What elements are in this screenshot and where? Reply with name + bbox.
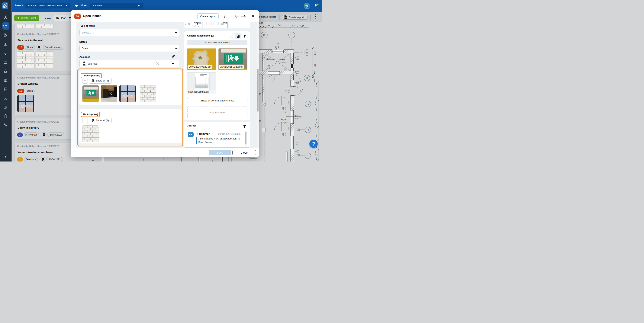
svg-text:0,85: 0,85 bbox=[315, 108, 317, 111]
svg-text:0,48: 0,48 bbox=[300, 24, 304, 27]
svg-text:B: B bbox=[306, 76, 308, 80]
svg-text:1,00: 1,00 bbox=[184, 25, 186, 26]
svg-text:Foyer: Foyer bbox=[281, 118, 287, 120]
svg-text:2,02: 2,02 bbox=[278, 24, 282, 26]
svg-text:18: 18 bbox=[198, 25, 199, 27]
svg-text:2,02: 2,02 bbox=[315, 133, 317, 137]
svg-text:0,85: 0,85 bbox=[315, 83, 317, 87]
svg-text:11: 11 bbox=[300, 143, 302, 145]
svg-text:0,84: 0,84 bbox=[313, 71, 316, 74]
svg-text:a0.00: a0.00 bbox=[199, 22, 201, 23]
svg-text:2: 2 bbox=[297, 151, 299, 152]
svg-text:2,02: 2,02 bbox=[314, 64, 316, 67]
svg-text:2,10: 2,10 bbox=[267, 75, 270, 77]
svg-text:0,84: 0,84 bbox=[315, 119, 317, 123]
svg-text:8: 8 bbox=[259, 94, 260, 96]
svg-text:PDF: PDF bbox=[284, 17, 287, 18]
svg-text:0,85: 0,85 bbox=[313, 79, 316, 82]
svg-text:2,10: 2,10 bbox=[284, 107, 286, 110]
svg-text:0,29: 0,29 bbox=[314, 124, 316, 127]
svg-text:2,10: 2,10 bbox=[267, 67, 270, 69]
svg-text:07: 07 bbox=[277, 42, 279, 45]
svg-text:0,99: 0,99 bbox=[266, 24, 270, 27]
svg-text:2,10: 2,10 bbox=[267, 58, 270, 60]
svg-text:1,00: 1,00 bbox=[266, 64, 270, 67]
svg-text:1: 1 bbox=[297, 82, 299, 83]
svg-text:08: 08 bbox=[294, 57, 296, 59]
svg-text:27,61 m²: 27,61 m² bbox=[194, 23, 198, 24]
svg-text:0,44: 0,44 bbox=[259, 22, 263, 24]
svg-text:C: C bbox=[306, 102, 309, 106]
svg-text:1,00: 1,00 bbox=[266, 72, 270, 74]
svg-text:20: 20 bbox=[284, 90, 286, 92]
svg-text:11: 11 bbox=[284, 139, 286, 140]
svg-text:2,00: 2,00 bbox=[275, 46, 277, 50]
svg-text:9: 9 bbox=[298, 129, 300, 130]
svg-text:1,00: 1,00 bbox=[286, 89, 290, 91]
svg-text:7: 7 bbox=[259, 121, 260, 123]
svg-text:0,68: 0,68 bbox=[315, 157, 317, 160]
svg-text:14,58 m²: 14,58 m² bbox=[280, 121, 288, 123]
svg-text:00: 00 bbox=[92, 159, 94, 161]
svg-text:15,54 m²: 15,54 m² bbox=[280, 61, 286, 63]
svg-text:8: 8 bbox=[263, 33, 265, 37]
svg-text:2,10: 2,10 bbox=[284, 133, 286, 136]
svg-text:D: D bbox=[306, 128, 309, 132]
svg-text:1,50: 1,50 bbox=[295, 117, 298, 119]
svg-text:17: 17 bbox=[192, 25, 193, 26]
svg-text:06: 06 bbox=[284, 68, 286, 70]
svg-text:1,50: 1,50 bbox=[294, 144, 298, 146]
svg-text:2,02: 2,02 bbox=[315, 95, 317, 99]
svg-text:09: 09 bbox=[284, 110, 286, 113]
svg-text:1,32: 1,32 bbox=[314, 51, 316, 55]
svg-text:2,10: 2,10 bbox=[286, 91, 290, 93]
svg-text:A: A bbox=[306, 51, 308, 54]
svg-text:E: E bbox=[307, 154, 309, 157]
svg-text:1,00: 1,00 bbox=[282, 107, 284, 110]
svg-text:18: 18 bbox=[253, 157, 254, 158]
svg-text:0,30: 0,30 bbox=[314, 151, 316, 155]
svg-text:1,00: 1,00 bbox=[266, 55, 270, 57]
svg-text:Toilet: Toilet bbox=[279, 58, 285, 61]
svg-text:0,30: 0,30 bbox=[314, 101, 316, 105]
svg-text:9: 9 bbox=[298, 155, 300, 156]
svg-text:15,52 m²: 15,52 m² bbox=[223, 23, 227, 24]
svg-text:2,00: 2,00 bbox=[294, 141, 298, 143]
svg-text:1,50: 1,50 bbox=[277, 46, 280, 50]
svg-text:9: 9 bbox=[290, 33, 292, 37]
svg-text:1,00: 1,00 bbox=[282, 133, 284, 136]
svg-text:0,99: 0,99 bbox=[292, 24, 296, 27]
svg-text:09: 09 bbox=[294, 71, 296, 73]
svg-text:1,00: 1,00 bbox=[184, 24, 186, 25]
